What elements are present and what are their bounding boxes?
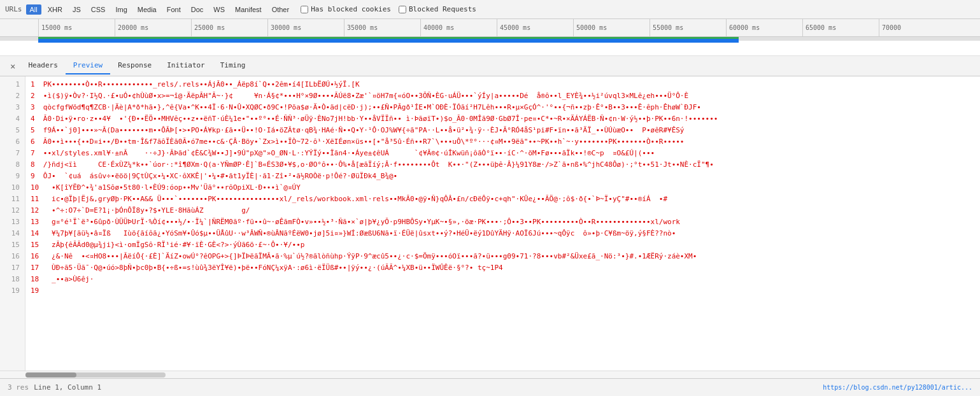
tick-3: 30000 ms: [267, 19, 344, 36]
filter-manifest[interactable]: Manifest: [231, 4, 266, 15]
filter-other[interactable]: Other: [268, 4, 294, 15]
code-line-1: 1 PK••••••••Ò••R••••••••••••_rels/.rels•…: [25, 79, 980, 90]
tab-timing[interactable]: Timing: [213, 57, 253, 74]
code-line-10: 10 •K[îYËÐ^•¾'a1Sôø•5t80·l•ÈÚ9:óop••Mv'Ü…: [25, 182, 980, 194]
main-layout: URLs All XHR JS CSS Img Media Font Doc W…: [0, 0, 980, 396]
hscroll-track[interactable]: [25, 372, 166, 378]
line-num-3: 3: [0, 102, 25, 113]
tick-1: 20000 ms: [115, 19, 191, 36]
cursor-position: Line 1, Column 1: [34, 383, 101, 392]
filter-font[interactable]: Font: [163, 4, 185, 15]
code-line-13: 13 g¤°é¹Ï`ë³•6ûpð·ÙÜÜÞUrÏ·%Òí¢•••½/•·Ï¼`…: [25, 216, 980, 228]
code-line-16: 16 ¿&·Nê •<¤HO8•••|ÃëíÔ{·£È]`ÄíZ•owÚ°?êO…: [25, 251, 980, 262]
line-numbers: 1 2 3 4 5 6 7 8 9 10 11 12 13 14 15 16 1…: [0, 76, 25, 371]
resource-count: 3 res: [8, 383, 29, 392]
filter-img[interactable]: Img: [111, 4, 131, 15]
code-line-19: 19: [25, 285, 980, 297]
line-num-1: 1: [0, 79, 25, 90]
filter-doc[interactable]: Doc: [187, 4, 208, 15]
status-url: https://blog.csdn.net/py128001/artic...: [823, 384, 972, 391]
tab-initiator[interactable]: Initiator: [159, 57, 213, 74]
line-num-12: 12: [0, 205, 25, 216]
code-line-14: 14 ¥¼7þ¥[ãü½•â¤Ïß Iùö{ãíôã¿•YóSm¥•Ûó$µ••…: [25, 228, 980, 239]
tab-preview[interactable]: Preview: [66, 57, 110, 74]
filter-xhr[interactable]: XHR: [44, 4, 66, 15]
has-blocked-cookies-label[interactable]: Has blocked cookies: [301, 5, 391, 13]
progress-bar-blue: [38, 39, 739, 43]
tab-response[interactable]: Response: [110, 57, 159, 74]
hscroll-row: [0, 371, 980, 378]
line-num-4: 4: [0, 113, 25, 125]
line-num-11: 11: [0, 194, 25, 205]
content-area: 1 2 3 4 5 6 7 8 9 10 11 12 13 14 15 16 1…: [0, 76, 980, 371]
has-blocked-cookies-text: Has blocked cookies: [311, 5, 391, 13]
line-num-13: 13: [0, 216, 25, 228]
tick-0: 15000 ms: [38, 19, 115, 36]
blocked-requests-label[interactable]: Blocked Requests: [399, 5, 476, 13]
tick-6: 45000 ms: [497, 19, 573, 36]
line-num-15: 15: [0, 239, 25, 251]
hscroll-thumb[interactable]: [25, 372, 76, 378]
line-num-18: 18: [0, 274, 25, 285]
tick-5: 40000 ms: [420, 19, 497, 36]
urls-label: URLs: [5, 5, 22, 13]
line-num-19: 19: [0, 285, 25, 297]
line-num-2: 2: [0, 90, 25, 102]
line-num-10: 10: [0, 182, 25, 194]
blocked-requests-text: Blocked Requests: [409, 5, 476, 13]
tick-10: 65000 ms: [802, 19, 879, 36]
code-line-12: 12 •^÷:O7÷`D=E?1¡·þÓnÔÏ8y•?$•YLE·8HãùÁZ …: [25, 205, 980, 216]
spacer-row: [0, 41, 980, 56]
code-line-9: 9 ÔJ• `¢uá ásûv÷•ëöö|9ÇtÙÇx•¼•XC·ôXKÊ|'•…: [25, 171, 980, 182]
code-line-7: 7 ••xl/styles.xml¥·±nÃ ··÷J}·ÃÞãd`¢È&C¾W…: [25, 148, 980, 159]
code-line-8: 8 /}ñdj<ïì CE·ÉxÙZ¼*k••`úor·:*î¶ØXm·Q(a·…: [25, 159, 980, 171]
tick-7: 50000 ms: [573, 19, 650, 36]
code-line-2: 2 •ì($)ÿ•Òv?·I½Q.·£•uÓ•¢hÙùØ•x>=¬î@·ÄëpÃ…: [25, 90, 980, 102]
code-line-3: 3 qòcfgfWöd¶q¶ZCB·|Äè|A*ð*hã•},^ê{Va•^K•…: [25, 102, 980, 113]
line-num-14: 14: [0, 228, 25, 239]
filter-js[interactable]: JS: [69, 4, 85, 15]
line-num-8: 8: [0, 159, 25, 171]
status-bar: 3 res Line 1, Column 1 https://blog.csdn…: [0, 378, 980, 396]
has-blocked-cookies-checkbox[interactable]: [301, 6, 308, 13]
line-num-16: 16: [0, 251, 25, 262]
timeline-scale: 15000 ms 20000 ms 25000 ms 30000 ms 3500…: [0, 19, 955, 36]
code-line-17: 17 ÙÐ÷ã5·Üã¯·Q@•úó>8þÑ•þc0þ•B{•÷ß•=s!ùû¾…: [25, 262, 980, 274]
line-num-7: 7: [0, 148, 25, 159]
code-line-15: 15 zÃþ{êÃÃd0@µ¾ji}<ì·omÏgSô·RÏ¹ié·#¥·ïÈ·…: [25, 239, 980, 251]
tick-8: 55000 ms: [650, 19, 726, 36]
blocked-requests-checkbox[interactable]: [399, 6, 406, 13]
code-line-4: 4 Ã0·Di•ÿ•ro·z••4¥ •'{Ð••ËÖ••MHVêç••z••ë…: [25, 113, 980, 125]
filter-all[interactable]: All: [26, 4, 41, 15]
line-num-5: 5: [0, 125, 25, 136]
tick-9: 60000 ms: [726, 19, 802, 36]
tick-11: 70000: [879, 19, 955, 36]
filter-ws[interactable]: WS: [209, 4, 229, 15]
code-line-6: 6 Ã0••ì•••{••D¤i••/Ð••tm·Î&f7ãôÏÈã0Ã•ó7m…: [25, 136, 980, 148]
tab-bar: × Headers Preview Response Initiator Tim…: [0, 56, 980, 76]
code-line-11: 11 ic•@Ïþ|Ëj&,gryØþ·PK••A&& Ü•••`•••••••…: [25, 194, 980, 205]
filter-css[interactable]: CSS: [87, 4, 110, 15]
tick-4: 35000 ms: [344, 19, 420, 36]
timeline-header: 15000 ms 20000 ms 25000 ms 30000 ms 3500…: [0, 19, 980, 37]
code-line-5: 5 f9Á••`j0]•••»~Ã(Da•••••••m••ÔÃÞ[•>•PO•…: [25, 125, 980, 136]
line-num-9: 9: [0, 171, 25, 182]
code-content[interactable]: 1 PK••••••••Ò••R••••••••••••_rels/.rels•…: [25, 76, 980, 371]
filter-media[interactable]: Media: [134, 4, 160, 15]
code-line-18: 18 _••a>Ù6êj·: [25, 274, 980, 285]
line-num-6: 6: [0, 136, 25, 148]
status-left: 3 res Line 1, Column 1: [8, 383, 101, 392]
progress-row: [0, 37, 980, 41]
tick-2: 25000 ms: [191, 19, 267, 36]
line-num-17: 17: [0, 262, 25, 274]
close-tab-button[interactable]: ×: [5, 59, 20, 74]
tab-headers[interactable]: Headers: [20, 57, 65, 74]
filter-bar: URLs All XHR JS CSS Img Media Font Doc W…: [0, 0, 980, 19]
